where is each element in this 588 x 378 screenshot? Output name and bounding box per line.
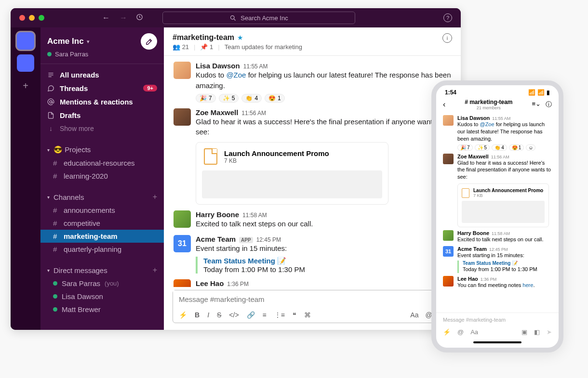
strike-icon[interactable]: S: [217, 311, 221, 319]
bullet-list-icon[interactable]: ⋮≡: [274, 311, 285, 319]
section-channels[interactable]: ▾ Channels +: [40, 190, 164, 204]
maximize-window-button[interactable]: [39, 15, 44, 21]
nav-show-more[interactable]: ↓ Show more: [40, 122, 164, 135]
phone-channel-name[interactable]: # marketing-team: [465, 99, 512, 105]
star-icon[interactable]: ★: [237, 34, 243, 41]
channel-quarterly-planning[interactable]: #quarterly-planning: [40, 243, 164, 256]
workspace-tile-1[interactable]: [17, 32, 34, 50]
dm-sara-parras[interactable]: Sara Parras (you): [40, 277, 164, 290]
reaction[interactable]: 🎉7: [196, 94, 216, 103]
dm-matt-brewer[interactable]: Matt Brewer: [40, 303, 164, 316]
filter-icon[interactable]: ≡⌄: [532, 100, 541, 109]
file-attachment[interactable]: Launch Announcement Promo7 KB: [457, 183, 549, 227]
nav-forward-button[interactable]: →: [120, 13, 127, 22]
avatar[interactable]: [174, 210, 191, 228]
attach-icon[interactable]: ▣: [521, 328, 527, 336]
composer-input[interactable]: [173, 290, 452, 308]
reaction[interactable]: 😍1: [509, 144, 524, 151]
message-text: Kudos to @Zoe for helping us launch our …: [196, 70, 451, 91]
reaction[interactable]: 👏4: [241, 94, 262, 103]
format-icon[interactable]: Aa: [410, 311, 418, 319]
pin-count[interactable]: 📌 1: [200, 43, 213, 51]
history-icon[interactable]: [136, 13, 143, 23]
avatar[interactable]: [443, 276, 454, 287]
codeblock-icon[interactable]: ⌘: [304, 311, 311, 319]
add-channel-button[interactable]: +: [153, 193, 157, 201]
reaction[interactable]: ✨5: [219, 94, 239, 103]
add-reaction-button[interactable]: ☺: [526, 144, 535, 151]
mention-icon[interactable]: @: [457, 328, 464, 336]
reaction[interactable]: 🎉7: [457, 144, 473, 151]
nav-mentions[interactable]: Mentions & reactions: [40, 95, 164, 108]
section-dms[interactable]: ▾ Direct messages +: [40, 263, 164, 277]
avatar[interactable]: [174, 62, 191, 79]
back-button[interactable]: ‹: [443, 100, 445, 109]
nav-threads[interactable]: Threads 9+: [40, 81, 164, 95]
message-author[interactable]: Lee Hao: [196, 279, 224, 287]
format-icon[interactable]: Aa: [470, 328, 478, 336]
add-dm-button[interactable]: +: [153, 266, 157, 274]
code-icon[interactable]: </>: [229, 311, 239, 319]
file-attachment[interactable]: Launch Announcement Promo7 KB: [196, 142, 388, 205]
phone-composer[interactable]: Message #marketing-team: [436, 313, 559, 326]
channel-announcements[interactable]: #announcements: [40, 204, 164, 217]
phone-message-list[interactable]: Lisa Dawson11:55 AM Kudos to @Zoe for he…: [436, 113, 559, 311]
avatar[interactable]: 31: [174, 235, 191, 252]
presence-indicator: [47, 52, 52, 56]
message-item: Zoe Maxwell11:56 AM Glad to hear it was …: [164, 106, 461, 209]
search-placeholder: Search Acme Inc: [241, 14, 288, 22]
shortcuts-icon[interactable]: ⚡: [443, 328, 451, 336]
message-author[interactable]: Acme Team: [196, 235, 236, 243]
help-icon[interactable]: ?: [443, 13, 452, 22]
channel-learning-2020[interactable]: #learning-2020: [40, 169, 164, 182]
avatar[interactable]: [443, 230, 454, 241]
event-block[interactable]: Team Status Meeting 📝 Today from 1:00 PM…: [196, 257, 451, 274]
info-icon[interactable]: ⓘ: [546, 100, 552, 109]
channel-competitive[interactable]: #competitive: [40, 217, 164, 230]
search-bar[interactable]: Search Acme Inc: [162, 12, 355, 24]
file-icon: [462, 188, 469, 198]
link-icon[interactable]: 🔗: [247, 311, 255, 319]
avatar[interactable]: 31: [443, 246, 454, 257]
italic-icon[interactable]: I: [207, 311, 209, 319]
close-window-button[interactable]: [19, 15, 25, 21]
ordered-list-icon[interactable]: ≡: [263, 311, 267, 319]
slack-mobile-mock: 1:54 📶📶▮ ‹ # marketing-team 21 members ≡…: [431, 80, 563, 352]
channel-title[interactable]: #marketing-team: [173, 33, 234, 41]
avatar[interactable]: [174, 108, 191, 126]
channel-marketing-team[interactable]: #marketing-team: [40, 230, 164, 243]
shortcuts-icon[interactable]: ⚡: [179, 311, 187, 319]
avatar[interactable]: [443, 115, 454, 126]
quote-icon[interactable]: ❝: [293, 311, 296, 319]
mention[interactable]: @Zoe: [226, 71, 246, 79]
wifi-icon: 📶: [537, 89, 545, 96]
avatar[interactable]: [174, 279, 191, 287]
bold-icon[interactable]: B: [195, 311, 200, 319]
event-block[interactable]: Team Status Meeting 📝Today from 1:00 PM …: [457, 261, 537, 273]
camera-icon[interactable]: ◧: [534, 328, 540, 336]
nav-drafts[interactable]: Drafts: [40, 108, 164, 122]
nav-back-button[interactable]: ←: [102, 13, 110, 22]
message-author[interactable]: Lisa Dawson: [196, 62, 240, 70]
reaction[interactable]: 😍1: [265, 94, 285, 103]
nav-all-unreads[interactable]: All unreads: [40, 68, 164, 81]
workspace-name[interactable]: Acme Inc: [47, 37, 84, 46]
message-author[interactable]: Zoe Maxwell: [196, 108, 238, 117]
dm-lisa-dawson[interactable]: Lisa Dawson: [40, 290, 164, 303]
message-list[interactable]: Lisa Dawson11:55 AM Kudos to @Zoe for he…: [164, 56, 461, 287]
minimize-window-button[interactable]: [29, 15, 35, 21]
info-icon[interactable]: i: [442, 33, 452, 43]
message-author[interactable]: Harry Boone: [196, 210, 239, 219]
avatar[interactable]: [443, 154, 454, 164]
channel-educational-resources[interactable]: #educational-resources: [40, 156, 164, 169]
workspace-tile-2[interactable]: [17, 54, 34, 72]
add-workspace-button[interactable]: +: [23, 80, 28, 91]
send-button[interactable]: ➤: [547, 328, 552, 336]
reaction[interactable]: 👏4: [492, 144, 507, 151]
member-count[interactable]: 👥 21: [173, 43, 189, 51]
thread-icon: [47, 85, 54, 92]
reaction[interactable]: ✨5: [475, 144, 490, 151]
channel-topic[interactable]: Team updates for marketing: [225, 43, 302, 51]
compose-button[interactable]: [141, 33, 157, 50]
section-projects[interactable]: ▾ 😎 Projects: [40, 143, 164, 156]
